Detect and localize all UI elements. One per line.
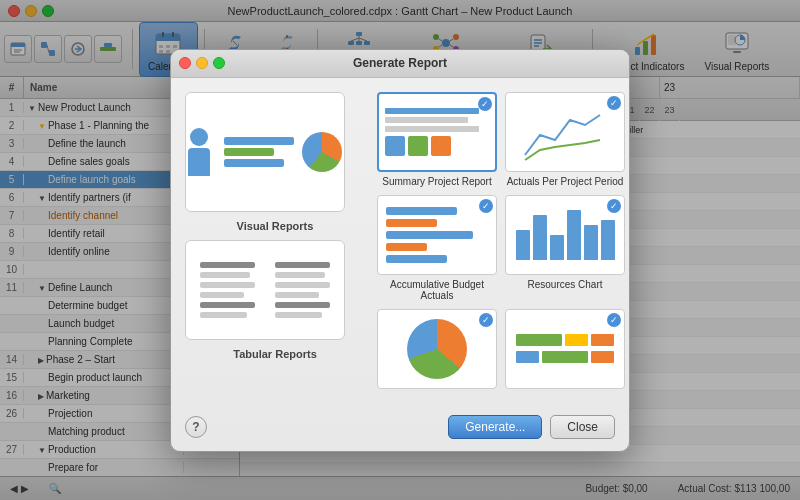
check-icon: ✓ [478, 97, 492, 111]
check-icon-4: ✓ [607, 199, 621, 213]
budget-report-img[interactable]: ✓ [377, 195, 497, 275]
pie-chart-icon [302, 132, 342, 172]
modal-max-button[interactable] [213, 57, 225, 69]
budget-bars-icon [378, 199, 496, 271]
modal-action-buttons: Generate... Close [448, 415, 615, 439]
actuals-report-img[interactable]: ✓ [505, 92, 625, 172]
report-option-budget[interactable]: ✓ [377, 195, 497, 301]
report-option-color-bars[interactable]: ✓ [505, 309, 625, 393]
color-bars-report-img[interactable]: ✓ [505, 309, 625, 389]
budget-report-label: Accumulative Budget Actuals [377, 279, 497, 301]
check-icon-2: ✓ [607, 96, 621, 110]
modal-close-button[interactable] [179, 57, 191, 69]
help-button[interactable]: ? [185, 416, 207, 438]
close-modal-button[interactable]: Close [550, 415, 615, 439]
visual-reports-label: Visual Reports [185, 220, 365, 232]
resource-bars-icon [508, 202, 623, 268]
modal-body: Visual Reports [171, 78, 629, 407]
actuals-report-label: Actuals Per Project Period [507, 176, 624, 187]
modal-controls [179, 57, 225, 69]
tabular-reports-preview[interactable] [185, 240, 345, 340]
resources-report-img[interactable]: ✓ [505, 195, 625, 275]
generate-button[interactable]: Generate... [448, 415, 542, 439]
check-icon-3: ✓ [479, 199, 493, 213]
summary-report-img[interactable]: ✓ [377, 92, 497, 172]
modal-right-column: ✓ S [377, 92, 625, 393]
modal-title-bar: Generate Report [171, 50, 629, 78]
modal-footer: ? Generate... Close [171, 407, 629, 451]
visual-reports-preview[interactable] [185, 92, 345, 212]
report-option-actuals[interactable]: ✓ Actuals Per Project Period [505, 92, 625, 187]
summary-report-label: Summary Project Report [382, 176, 491, 187]
generate-report-modal: Generate Report [170, 49, 630, 452]
pie-chart-large-icon [407, 319, 467, 379]
report-options-grid: ✓ S [377, 92, 625, 393]
report-option-resources[interactable]: ✓ Resources Chart [505, 195, 625, 301]
bar-chart-icon [224, 137, 294, 167]
tabular-reports-label: Tabular Reports [185, 348, 365, 360]
person-icon [188, 128, 210, 176]
table-lines-icon [194, 256, 261, 324]
check-icon-6: ✓ [607, 313, 621, 327]
report-option-pie[interactable]: ✓ [377, 309, 497, 393]
modal-left-column: Visual Reports [185, 92, 365, 393]
check-icon-5: ✓ [479, 313, 493, 327]
modal-overlay: Generate Report [0, 0, 800, 500]
modal-title: Generate Report [353, 56, 447, 70]
report-option-summary[interactable]: ✓ S [377, 92, 497, 187]
resources-report-label: Resources Chart [527, 279, 602, 290]
pie-report-img[interactable]: ✓ [377, 309, 497, 389]
table-lines-icon-2 [269, 256, 336, 324]
modal-min-button[interactable] [196, 57, 208, 69]
